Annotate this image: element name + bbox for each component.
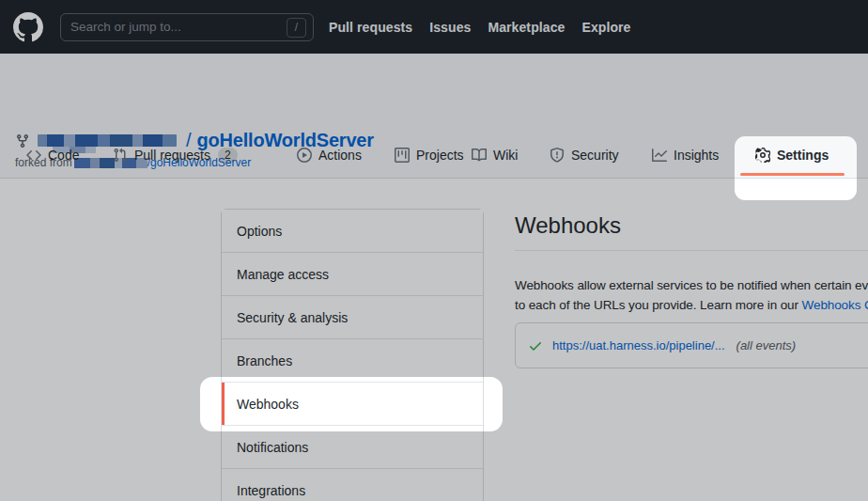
tab-wiki[interactable]: Wiki <box>472 133 518 178</box>
header-nav-pull-requests[interactable]: Pull requests <box>329 20 412 35</box>
repo-header: / goHelloWorldServer forked from /goHell… <box>0 54 868 179</box>
search-box[interactable]: / <box>60 13 314 41</box>
tab-pull-requests[interactable]: Pull requests 2 <box>113 133 238 178</box>
description-line-1: Webhooks allow external services to be n… <box>515 275 868 295</box>
header-nav-explore[interactable]: Explore <box>581 20 630 35</box>
tab-label: Actions <box>318 148 362 163</box>
sidebar-item-label: Integrations <box>237 483 305 498</box>
tab-label: Pull requests <box>134 148 210 163</box>
tab-projects[interactable]: Projects <box>395 133 464 178</box>
tab-actions[interactable]: Actions <box>297 133 362 178</box>
description-line-2-text: to each of the URLs you provide. Learn m… <box>515 298 802 312</box>
page-title: Webhooks <box>515 209 868 239</box>
tab-label: Settings <box>777 148 829 163</box>
tab-insights[interactable]: Insights <box>652 133 719 178</box>
tab-label: Code <box>48 148 79 163</box>
repo-tab-nav: Code Pull requests 2 Actions Projects Wi… <box>0 133 868 178</box>
header-nav-marketplace[interactable]: Marketplace <box>488 20 565 35</box>
sidebar-item-branches[interactable]: Branches <box>222 339 483 383</box>
top-header: / Pull requests Issues Marketplace Explo… <box>0 0 868 54</box>
sidebar-item-manage-access[interactable]: Manage access <box>222 253 483 296</box>
project-icon <box>395 148 410 163</box>
description-line-2: to each of the URLs you provide. Learn m… <box>515 295 868 315</box>
sidebar-item-label: Branches <box>237 353 292 368</box>
tab-label: Projects <box>416 148 464 163</box>
git-pull-request-icon <box>113 148 128 163</box>
code-icon <box>26 148 41 163</box>
webhooks-description: Webhooks allow external services to be n… <box>515 275 868 315</box>
check-icon <box>528 338 543 353</box>
header-nav-issues[interactable]: Issues <box>429 20 471 35</box>
search-input[interactable] <box>61 20 277 34</box>
graph-icon <box>652 148 667 163</box>
webhook-url-link[interactable]: https://uat.harness.io/pipeline/... <box>552 338 725 352</box>
sidebar-item-notifications[interactable]: Notifications <box>222 426 483 469</box>
tab-label: Wiki <box>493 148 518 163</box>
sidebar-item-options[interactable]: Options <box>222 210 483 253</box>
sidebar-item-label: Options <box>237 224 282 239</box>
sidebar-item-label: Security & analysis <box>237 310 348 325</box>
selected-item-accent <box>222 383 225 425</box>
sidebar-item-label: Manage access <box>237 267 329 282</box>
github-logo-icon[interactable] <box>13 12 43 42</box>
sidebar-item-integrations[interactable]: Integrations <box>222 469 483 501</box>
webhooks-guide-link[interactable]: Webhooks Guide. <box>802 298 868 312</box>
tab-code[interactable]: Code <box>26 133 79 178</box>
play-icon <box>297 148 312 163</box>
tab-label: Security <box>571 148 619 163</box>
book-icon <box>472 148 487 163</box>
tab-security[interactable]: Security <box>550 133 619 178</box>
github-settings-page: / Pull requests Issues Marketplace Explo… <box>0 0 868 501</box>
sidebar-item-webhooks[interactable]: Webhooks <box>222 383 483 426</box>
slash-shortcut-badge: / <box>287 18 306 38</box>
tab-settings[interactable]: Settings <box>755 133 829 178</box>
gear-icon <box>755 148 770 163</box>
sidebar-item-security-analysis[interactable]: Security & analysis <box>222 296 483 339</box>
webhook-list-item: https://uat.harness.io/pipeline/... (all… <box>515 322 868 368</box>
pull-requests-count-badge: 2 <box>218 148 238 163</box>
header-nav: Pull requests Issues Marketplace Explore <box>329 20 631 35</box>
sidebar-item-label: Webhooks <box>237 397 299 412</box>
webhooks-panel: Webhooks Webhooks allow external service… <box>515 209 868 368</box>
settings-sidebar: Options Manage access Security & analysi… <box>221 209 484 501</box>
title-divider <box>515 250 868 251</box>
tab-label: Insights <box>674 148 719 163</box>
webhook-events-label: (all events) <box>736 338 797 352</box>
sidebar-item-label: Notifications <box>237 440 308 455</box>
shield-icon <box>550 148 565 163</box>
